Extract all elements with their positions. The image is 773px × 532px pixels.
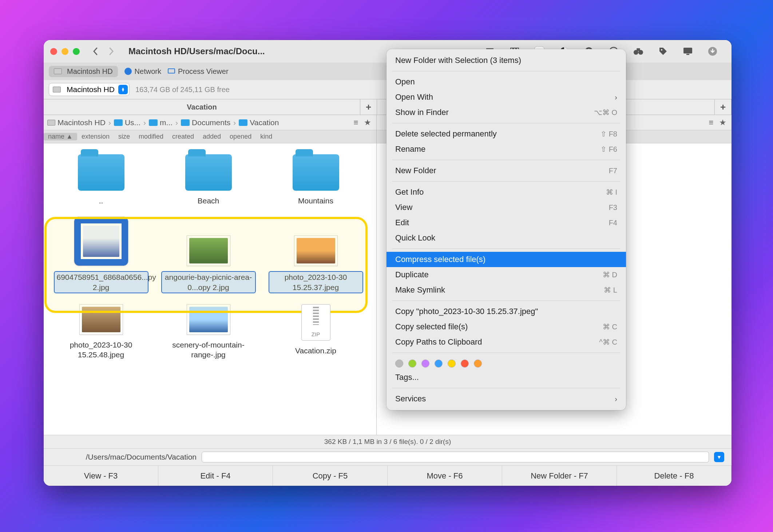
- image-thumb-icon: [79, 304, 123, 335]
- col-modified[interactable]: modified: [134, 133, 168, 140]
- volume-selector[interactable]: Macintosh HD ▲▼: [49, 83, 130, 96]
- folder-icon: [239, 119, 247, 126]
- fn-view[interactable]: View - F3: [44, 466, 158, 486]
- fn-newfolder[interactable]: New Folder - F7: [502, 466, 617, 486]
- shortcut-label: F7: [609, 167, 617, 175]
- image-thumb-icon: [187, 235, 230, 266]
- nav-back-button[interactable]: [89, 45, 102, 57]
- tab-add-left[interactable]: +: [360, 99, 377, 115]
- monitor-icon[interactable]: [683, 46, 693, 56]
- minimize-window-button[interactable]: [62, 48, 68, 55]
- tab-vacation-left[interactable]: Vacation: [44, 99, 360, 115]
- ctx-item[interactable]: Copy "photo_2023-10-30 15.25.37.jpeg": [386, 304, 626, 319]
- ctx-tags[interactable]: Tags...: [386, 370, 626, 385]
- tag-dot[interactable]: [408, 360, 416, 368]
- shortcut-label: ^⌘ C: [599, 338, 617, 346]
- nav-forward-button[interactable]: [105, 45, 118, 57]
- ctx-services[interactable]: Services›: [386, 391, 626, 406]
- binoculars-icon[interactable]: [633, 46, 643, 56]
- ctx-item[interactable]: Copy Paths to Clipboard^⌘ C: [386, 334, 626, 350]
- tag-dot[interactable]: [448, 360, 456, 368]
- layout-icon[interactable]: ≡: [706, 118, 716, 128]
- file-selected-1[interactable]: 6904758951_6868a0656...py 2.jpg: [47, 217, 155, 293]
- svg-point-14: [661, 49, 662, 51]
- tag-dot[interactable]: [395, 360, 403, 368]
- col-name[interactable]: name ▲: [44, 133, 77, 140]
- ctx-item[interactable]: ViewF3: [386, 200, 626, 215]
- ctx-item[interactable]: Make Symlink⌘ L: [386, 282, 626, 298]
- svg-rect-16: [686, 54, 689, 55]
- layout-icon[interactable]: ≡: [351, 118, 361, 128]
- crumb-mac[interactable]: m...: [149, 118, 173, 127]
- col-extension[interactable]: extension: [77, 133, 114, 140]
- separator: [392, 181, 620, 182]
- shortcut-label: ⌘ D: [603, 270, 617, 279]
- folder-icon: [149, 119, 158, 126]
- ctx-item[interactable]: Show in Finder⌥⌘ O: [386, 105, 626, 120]
- ctx-item[interactable]: EditF4: [386, 215, 626, 230]
- fn-copy[interactable]: Copy - F5: [273, 466, 388, 486]
- folder-mountains[interactable]: Mountains: [262, 154, 369, 206]
- tag-dot[interactable]: [421, 360, 429, 368]
- shortcut-label: ⌥⌘ O: [594, 108, 617, 117]
- ctx-item[interactable]: Quick Look: [386, 230, 626, 246]
- ctx-item[interactable]: Compress selected file(s): [386, 252, 626, 267]
- crumb-vacation[interactable]: Vacation: [239, 118, 279, 127]
- image-thumb-icon: [294, 235, 338, 266]
- folder-parent[interactable]: ..: [47, 154, 155, 206]
- file-scenery[interactable]: scenery-of-mountain-range-.jpg: [155, 304, 262, 360]
- image-preview: [83, 226, 119, 257]
- fn-move[interactable]: Move - F6: [388, 466, 502, 486]
- col-added[interactable]: added: [198, 133, 225, 140]
- col-size[interactable]: size: [114, 133, 134, 140]
- ctx-item[interactable]: Rename⇧ F6: [386, 142, 626, 157]
- file-selected-3[interactable]: photo_2023-10-30 15.25.37.jpeg: [262, 235, 369, 293]
- monitor-small-icon: [168, 68, 175, 74]
- crumb-users[interactable]: Us...: [114, 118, 140, 127]
- favorite-icon[interactable]: ★: [362, 118, 373, 128]
- path-text: /Users/mac/Documents/Vacation: [51, 453, 197, 461]
- folder-icon: [185, 154, 232, 191]
- location-process-viewer[interactable]: Process Viewer: [168, 67, 229, 76]
- path-field[interactable]: [202, 452, 709, 462]
- fn-edit[interactable]: Edit - F4: [158, 466, 273, 486]
- tag-icon[interactable]: [658, 46, 668, 56]
- hd-icon: [54, 68, 62, 74]
- file-grid[interactable]: .. Beach Mountains: [44, 143, 376, 435]
- globe-icon: [124, 68, 132, 75]
- col-created[interactable]: created: [168, 133, 198, 140]
- fn-delete[interactable]: Delete - F8: [617, 466, 732, 486]
- tab-add-right[interactable]: +: [715, 99, 732, 115]
- folder-beach[interactable]: Beach: [155, 154, 262, 206]
- file-selected-2[interactable]: angourie-bay-picnic-area-0...opy 2.jpg: [155, 235, 262, 293]
- file-photo-48[interactable]: photo_2023-10-30 15.25.48.jpeg: [47, 304, 155, 360]
- path-history-button[interactable]: ▼: [714, 452, 724, 462]
- ctx-item[interactable]: Delete selected permanently⇧ F8: [386, 126, 626, 142]
- favorite-icon[interactable]: ★: [718, 118, 728, 128]
- tag-dot[interactable]: [474, 360, 482, 368]
- col-kind[interactable]: kind: [256, 133, 277, 140]
- download-icon[interactable]: [707, 46, 718, 56]
- location-hd[interactable]: Macintosh HD: [49, 66, 118, 77]
- ctx-item[interactable]: Copy selected file(s)⌘ C: [386, 319, 626, 334]
- location-network[interactable]: Network: [124, 67, 161, 76]
- image-thumb-icon: [74, 217, 128, 266]
- ctx-item[interactable]: Open: [386, 74, 626, 90]
- context-menu[interactable]: New Folder with Selection (3 items)OpenO…: [386, 49, 626, 410]
- crumb-hd[interactable]: Macintosh HD: [47, 118, 106, 127]
- col-opened[interactable]: opened: [225, 133, 256, 140]
- ctx-item[interactable]: Duplicate⌘ D: [386, 267, 626, 282]
- ctx-item[interactable]: Get Info⌘ I: [386, 184, 626, 200]
- traffic-lights: [50, 48, 80, 55]
- maximize-window-button[interactable]: [73, 48, 80, 55]
- file-vacation-zip[interactable]: Vacation.zip: [262, 304, 369, 360]
- tag-dot[interactable]: [435, 360, 443, 368]
- chevron-right-icon: ›: [615, 93, 617, 102]
- ctx-item[interactable]: Open With›: [386, 90, 626, 105]
- ctx-item[interactable]: New Folder with Selection (3 items): [386, 53, 626, 68]
- tag-dot[interactable]: [461, 360, 469, 368]
- ctx-item[interactable]: New FolderF7: [386, 163, 626, 178]
- tag-colors: [386, 356, 626, 370]
- close-window-button[interactable]: [50, 48, 57, 55]
- crumb-documents[interactable]: Documents: [181, 118, 230, 127]
